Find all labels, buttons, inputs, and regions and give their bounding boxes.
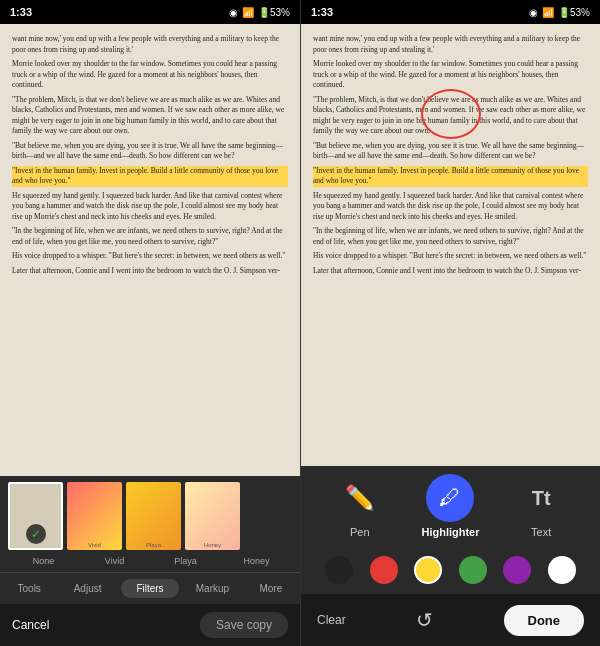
done-button[interactable]: Done <box>504 605 585 636</box>
time-right: 1:33 <box>311 6 333 18</box>
highlighter-tool-button[interactable]: 🖊 Highlighter <box>421 474 479 538</box>
bottom-tabs-left: Tools Adjust Filters Markup More <box>0 572 300 604</box>
clear-button[interactable]: Clear <box>317 613 346 627</box>
color-yellow[interactable] <box>414 556 442 584</box>
color-white[interactable] <box>548 556 576 584</box>
color-red[interactable] <box>370 556 398 584</box>
thumb-playa[interactable]: Playa <box>126 482 181 550</box>
status-icons-left: ◉ 📶 🔋53% <box>229 7 290 18</box>
status-icons-right: ◉ 📶 🔋53% <box>529 7 590 18</box>
thumb-honey[interactable]: Honey <box>185 482 240 550</box>
color-green[interactable] <box>459 556 487 584</box>
tool-row: ✏️ Pen 🖊 Highlighter Tt Text <box>301 466 600 546</box>
tab-filters[interactable]: Filters <box>121 579 179 598</box>
cancel-button[interactable]: Cancel <box>12 618 49 632</box>
left-panel: 1:33 ◉ 📶 🔋53% want mine now,' you end up… <box>0 0 300 646</box>
bottom-action-row: Clear ↺ Done <box>301 594 600 646</box>
pen-icon: ✏️ <box>336 474 384 522</box>
thumbnail-strip: ✓ Vivid Playa Honey <box>0 476 300 556</box>
book-page-right: want mine now,' you end up with a few pe… <box>301 24 600 466</box>
color-row <box>301 546 600 594</box>
tab-adjust[interactable]: Adjust <box>58 579 116 598</box>
tab-markup[interactable]: Markup <box>183 579 241 598</box>
action-bar-left: Cancel Save copy <box>0 604 300 646</box>
pen-tool-button[interactable]: ✏️ Pen <box>336 474 384 538</box>
tab-more[interactable]: More <box>242 579 300 598</box>
color-black[interactable] <box>325 556 353 584</box>
status-bar-right: 1:33 ◉ 📶 🔋53% <box>301 0 600 24</box>
highlighter-icon: 🖊 <box>426 474 474 522</box>
book-area-right: want mine now,' you end up with a few pe… <box>301 24 600 466</box>
thumb-check-icon: ✓ <box>26 524 46 544</box>
book-area-left: want mine now,' you end up with a few pe… <box>0 24 300 476</box>
right-panel: 1:33 ◉ 📶 🔋53% want mine now,' you end up… <box>300 0 600 646</box>
thumb-none[interactable]: ✓ <box>8 482 63 550</box>
tab-tools[interactable]: Tools <box>0 579 58 598</box>
time-left: 1:33 <box>10 6 32 18</box>
save-copy-button[interactable]: Save copy <box>200 612 288 638</box>
filter-label-row: None Vivid Playa Honey <box>0 556 300 572</box>
status-bar-left: 1:33 ◉ 📶 🔋53% <box>0 0 300 24</box>
book-page-left: want mine now,' you end up with a few pe… <box>0 24 300 476</box>
text-tool-button[interactable]: Tt Text <box>517 474 565 538</box>
color-purple[interactable] <box>503 556 531 584</box>
thumb-vivid[interactable]: Vivid <box>67 482 122 550</box>
undo-button[interactable]: ↺ <box>407 602 443 638</box>
highlighter-label: Highlighter <box>421 526 479 538</box>
pen-label: Pen <box>350 526 370 538</box>
text-label: Text <box>531 526 551 538</box>
text-icon: Tt <box>517 474 565 522</box>
